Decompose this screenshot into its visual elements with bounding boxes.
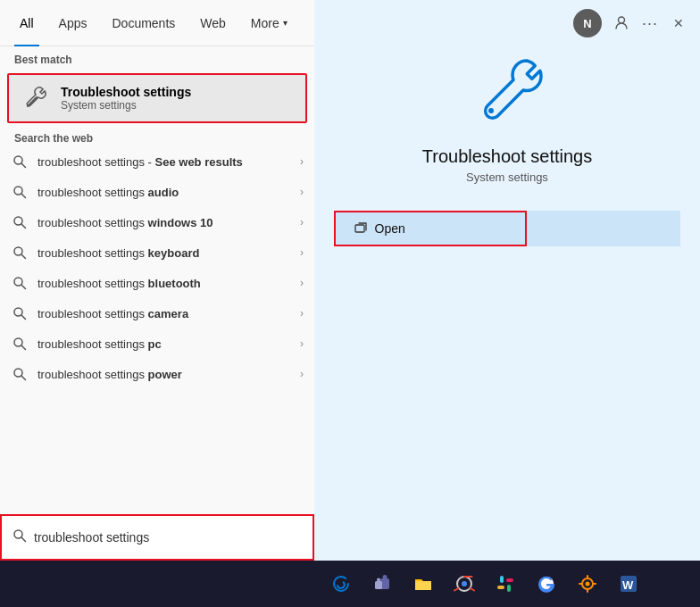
wrench-icon xyxy=(20,82,52,114)
search-input-value[interactable]: troubleshoot settings xyxy=(34,530,149,545)
result-text: troubleshoot settings audio xyxy=(38,186,300,199)
top-nav: N ··· ✕ xyxy=(314,0,700,46)
result-text: troubleshoot settings keyboard xyxy=(38,246,300,260)
result-item-power[interactable]: troubleshoot settings power › xyxy=(0,359,314,389)
svg-rect-28 xyxy=(497,586,504,589)
feedback-button[interactable] xyxy=(607,9,636,37)
edge-icon[interactable] xyxy=(323,566,359,602)
result-item-keyboard[interactable]: troubleshoot settings keyboard › xyxy=(0,237,314,268)
chevron-down-icon: ▾ xyxy=(283,18,288,28)
result-item-windows10[interactable]: troubleshoot settings windows 10 › xyxy=(0,207,314,237)
file-explorer-icon[interactable] xyxy=(405,566,441,602)
taskbar: W xyxy=(0,561,700,607)
google-icon[interactable] xyxy=(529,566,564,602)
chevron-right-icon: › xyxy=(300,186,304,198)
result-text: troubleshoot settings pc xyxy=(38,337,300,351)
best-match-item[interactable]: Troubleshoot settings System settings xyxy=(7,73,307,123)
search-icon xyxy=(11,213,29,231)
result-text: troubleshoot settings bluetooth xyxy=(38,277,300,290)
best-match-subtitle: System settings xyxy=(61,99,191,112)
tab-all[interactable]: All xyxy=(7,0,46,46)
svg-line-15 xyxy=(21,376,26,380)
svg-line-5 xyxy=(21,224,26,229)
best-match-text: Troubleshoot settings System settings xyxy=(61,85,191,112)
svg-rect-17 xyxy=(355,225,364,232)
open-label: Open xyxy=(375,221,405,236)
svg-point-23 xyxy=(377,578,380,582)
result-item-audio[interactable]: troubleshoot settings audio › xyxy=(0,177,314,207)
best-match-title: Troubleshoot settings xyxy=(61,85,191,99)
search-icon xyxy=(11,153,29,170)
svg-line-7 xyxy=(21,254,26,259)
svg-text:W: W xyxy=(622,578,634,592)
result-text: troubleshoot settings power xyxy=(38,368,300,381)
svg-line-9 xyxy=(21,285,26,289)
slack-icon[interactable] xyxy=(488,566,523,602)
svg-rect-27 xyxy=(507,585,511,592)
web-section-label: Search the web xyxy=(0,127,314,146)
detail-subtitle: System settings xyxy=(466,170,548,184)
svg-point-32 xyxy=(586,582,590,586)
svg-line-3 xyxy=(21,194,26,198)
result-text: troubleshoot settings windows 10 xyxy=(38,216,300,229)
search-icon xyxy=(11,335,29,353)
word-icon[interactable]: W xyxy=(611,566,646,602)
chevron-right-icon: › xyxy=(300,307,304,320)
svg-line-13 xyxy=(21,345,26,350)
tab-apps[interactable]: Apps xyxy=(46,0,100,46)
search-box[interactable]: troubleshoot settings xyxy=(0,514,314,561)
result-item-bluetooth[interactable]: troubleshoot settings bluetooth › xyxy=(0,268,314,298)
svg-rect-21 xyxy=(375,581,382,589)
search-icon xyxy=(11,244,29,262)
svg-point-22 xyxy=(383,575,388,579)
open-button[interactable]: Open xyxy=(334,211,527,246)
chevron-right-icon: › xyxy=(300,216,304,229)
svg-line-19 xyxy=(21,537,26,542)
result-item-camera[interactable]: troubleshoot settings camera › xyxy=(0,298,314,328)
result-text: troubleshoot settings camera xyxy=(38,307,300,320)
settings-icon[interactable] xyxy=(570,566,605,602)
detail-wrench-icon xyxy=(471,54,543,129)
svg-point-25 xyxy=(462,581,467,586)
search-box-icon xyxy=(12,528,27,546)
chevron-right-icon: › xyxy=(300,368,304,380)
tab-documents[interactable]: Documents xyxy=(99,0,188,46)
result-item-web[interactable]: troubleshoot settings - See web results … xyxy=(0,146,314,177)
tab-web[interactable]: Web xyxy=(188,0,238,46)
svg-line-11 xyxy=(21,315,26,320)
chrome-icon[interactable] xyxy=(446,566,482,602)
close-button[interactable]: ✕ xyxy=(664,9,693,37)
svg-point-16 xyxy=(488,108,494,113)
chevron-right-icon: › xyxy=(300,337,304,350)
chevron-right-icon: › xyxy=(300,155,304,168)
user-avatar[interactable]: N xyxy=(573,9,602,37)
teams-icon[interactable] xyxy=(364,566,400,602)
search-icon xyxy=(11,365,29,383)
chevron-right-icon: › xyxy=(300,246,304,259)
svg-rect-29 xyxy=(506,578,513,582)
svg-line-1 xyxy=(21,163,26,168)
open-btn-spacer xyxy=(527,211,680,246)
svg-rect-26 xyxy=(500,576,504,583)
taskbar-icons: W xyxy=(314,561,700,607)
more-options-button[interactable]: ··· xyxy=(636,9,664,37)
best-match-label: Best match xyxy=(0,46,314,70)
search-icon xyxy=(11,183,29,201)
result-item-pc[interactable]: troubleshoot settings pc › xyxy=(0,328,314,359)
tab-more[interactable]: More ▾ xyxy=(238,0,300,46)
detail-panel: N ··· ✕ Troubleshoot settings System set… xyxy=(314,0,700,607)
search-icon xyxy=(11,274,29,292)
open-btn-container: Open xyxy=(334,211,681,246)
result-text: troubleshoot settings - See web results xyxy=(38,155,300,169)
detail-title: Troubleshoot settings xyxy=(422,146,592,167)
search-icon xyxy=(11,304,29,322)
tabs-bar: All Apps Documents Web More ▾ xyxy=(0,0,314,46)
chevron-right-icon: › xyxy=(300,277,304,289)
